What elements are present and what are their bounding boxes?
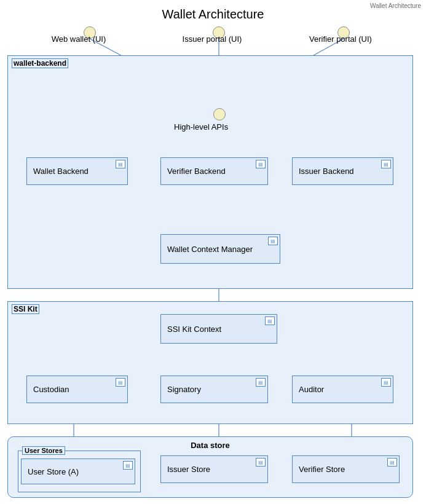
issuer-backend-icon: ▤ — [381, 160, 391, 168]
issuer-backend-box: Issuer Backend ▤ — [292, 157, 393, 185]
ssi-kit-context-box: SSI Kit Context ▤ — [160, 314, 277, 344]
wallet-context-manager-text: Wallet Context Manager — [167, 245, 253, 254]
verifier-backend-text: Verifier Backend — [167, 167, 226, 176]
auditor-text: Auditor — [299, 385, 324, 394]
custodian-box: Custodian ▤ — [26, 376, 128, 403]
user-store-a-icon: ▤ — [123, 461, 133, 470]
user-store-a-box: User Store (A) ▤ — [21, 459, 135, 484]
verifier-store-icon: ▤ — [387, 458, 397, 467]
page-title: Wallet Architecture — [0, 7, 426, 22]
signatory-text: Signatory — [167, 385, 201, 394]
issuer-store-text: Issuer Store — [167, 465, 210, 474]
wallet-backend-text: Wallet Backend — [33, 167, 89, 176]
wallet-context-manager-box: Wallet Context Manager ▤ — [160, 234, 280, 264]
diagram-wrapper: Wallet Architecture Wallet Architecture — [0, 0, 426, 504]
custodian-text: Custodian — [33, 385, 69, 394]
verifier-store-box: Verifier Store ▤ — [292, 455, 400, 483]
wallet-context-manager-icon: ▤ — [268, 237, 278, 245]
issuer-backend-text: Issuer Backend — [299, 167, 354, 176]
issuer-store-box: Issuer Store ▤ — [160, 455, 268, 483]
issuer-store-icon: ▤ — [256, 458, 266, 467]
signatory-box: Signatory ▤ — [160, 376, 268, 403]
auditor-box: Auditor ▤ — [292, 376, 393, 403]
user-stores-label: User Stores — [22, 446, 65, 455]
user-stores-container: User Stores User Store (A) ▤ — [18, 451, 141, 492]
user-store-a-text: User Store (A) — [28, 467, 79, 476]
high-level-apis-label: High-level APIs — [174, 122, 228, 132]
issuer-portal-label: Issuer portal (UI) — [172, 34, 252, 44]
web-wallet-label: Web wallet (UI) — [42, 34, 116, 44]
ssi-kit-context-icon: ▤ — [265, 317, 275, 325]
wallet-backend-label: wallet-backend — [12, 58, 68, 68]
datastore-container: Data store User Stores User Store (A) ▤ … — [7, 436, 413, 498]
wallet-backend-icon: ▤ — [116, 160, 125, 168]
custodian-icon: ▤ — [116, 378, 125, 387]
datastore-label: Data store — [8, 441, 412, 450]
verifier-store-text: Verifier Store — [299, 465, 345, 474]
verifier-backend-box: Verifier Backend ▤ — [160, 157, 268, 185]
circle-high-level-apis — [213, 108, 226, 120]
wallet-backend-container: wallet-backend High-level APIs Wallet Ba… — [7, 55, 413, 289]
ssi-kit-context-text: SSI Kit Context — [167, 325, 221, 334]
verifier-backend-icon: ▤ — [256, 160, 266, 168]
ssi-kit-container: SSI Kit SSI Kit Context ▤ Custodian ▤ Si… — [7, 301, 413, 424]
ssi-kit-label: SSI Kit — [12, 304, 39, 314]
verifier-portal-label: Verifier portal (UI) — [298, 34, 384, 44]
auditor-icon: ▤ — [381, 378, 391, 387]
wallet-backend-box: Wallet Backend ▤ — [26, 157, 128, 185]
signatory-icon: ▤ — [256, 378, 266, 387]
